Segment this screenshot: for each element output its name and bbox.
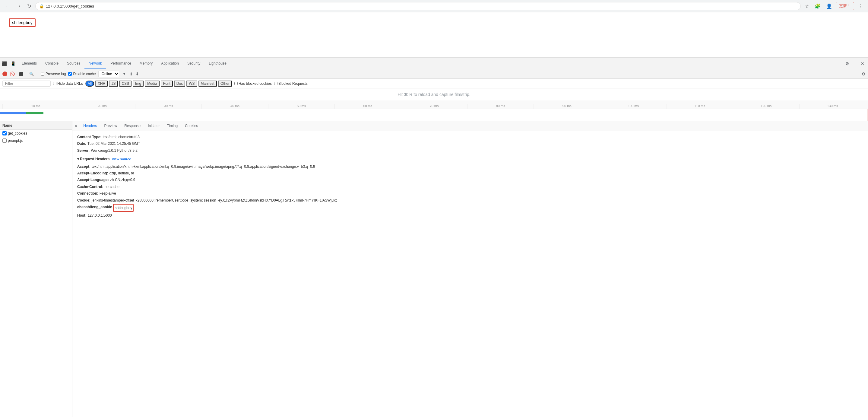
ruler-tick: 70 ms (401, 104, 467, 109)
has-blocked-cookies-checkbox[interactable] (234, 82, 238, 85)
header-key: Accept: (77, 163, 91, 170)
devtools-tab-console[interactable]: Console (41, 59, 63, 68)
blocked-requests-checkbox[interactable] (274, 82, 277, 85)
row-name: prompt.js (8, 139, 23, 143)
filter-type-js[interactable]: JS (109, 81, 118, 87)
nav-bar: ← → ↻ 🔒 127.0.0.1:5000/get_cookies ☆ 🧩 👤… (0, 0, 868, 12)
table-row[interactable]: prompt.js (0, 137, 72, 144)
header-key: Cookie: (77, 197, 91, 203)
back-button[interactable]: ← (4, 2, 12, 10)
forward-button[interactable]: → (14, 2, 23, 10)
filter-type-other[interactable]: Other (218, 81, 232, 87)
extensions-icon[interactable]: 🧩 (813, 2, 823, 10)
header-key: Date: (77, 141, 86, 147)
ruler-tick: 40 ms (202, 104, 268, 109)
detail-tab-response[interactable]: Response (121, 122, 144, 130)
network-settings-icon[interactable]: ⚙ (862, 71, 866, 76)
devtools-tab-security[interactable]: Security (183, 59, 205, 68)
upload-icon[interactable]: ⬆ (129, 71, 133, 76)
request-header-row: Host: 127.0.0.1:5000 (77, 212, 863, 218)
devtools-settings-icon[interactable]: ⚙ (844, 60, 850, 67)
view-source-link[interactable]: view source (112, 157, 131, 161)
network-rows: get_cookies prompt.js (0, 130, 72, 144)
filter-type-img[interactable]: Img (133, 81, 144, 87)
devtools-tab-application[interactable]: Application (157, 59, 183, 68)
security-icon: 🔒 (39, 4, 44, 8)
filter-type-ws[interactable]: WS (186, 81, 197, 87)
row-checkbox[interactable] (2, 139, 7, 143)
response-header-row: Content-Type: text/html; charset=utf-8 (77, 134, 863, 140)
ruler-tick: 60 ms (335, 104, 401, 109)
detail-tab-headers[interactable]: Headers (80, 122, 100, 130)
devtools-close-icon[interactable]: ✕ (860, 60, 866, 67)
detail-tabs-list: HeadersPreviewResponseInitiatorTimingCoo… (80, 122, 202, 130)
table-row[interactable]: get_cookies (0, 130, 72, 137)
reload-button[interactable]: ↻ (25, 2, 33, 10)
preserve-log-label[interactable]: Preserve log (41, 72, 66, 76)
timeline-area: Hit ⌘ R to reload and capture filmstrip.… (0, 88, 868, 121)
header-val: Tue, 02 Mar 2021 14:25:45 GMT (88, 141, 140, 147)
record-button[interactable] (2, 71, 7, 76)
hide-data-urls-label[interactable]: Hide data URLs (53, 82, 83, 86)
inspect-icon[interactable]: ⬛ (0, 60, 9, 67)
filter-type-media[interactable]: Media (145, 81, 159, 87)
detail-tab-timing[interactable]: Timing (163, 122, 182, 130)
bookmark-icon[interactable]: ☆ (803, 2, 811, 10)
filter-type-manifest[interactable]: Manifest (198, 81, 217, 87)
header-key: Accept-Language: (77, 177, 109, 183)
stop-button[interactable]: 🚫 (10, 71, 14, 76)
preserve-log-checkbox[interactable] (41, 72, 44, 76)
header-val: text/html,application/xhtml+xml,applicat… (92, 163, 315, 170)
download-icon[interactable]: ⬇ (135, 71, 139, 76)
detail-tab-preview[interactable]: Preview (101, 122, 121, 130)
devtools-tab-sources[interactable]: Sources (63, 59, 85, 68)
update-button[interactable]: 更新！ (836, 2, 854, 10)
network-toolbar: 🚫 ⬛ 🔍 Preserve log Disable cache Online … (0, 69, 868, 79)
detail-tab-cookies[interactable]: Cookies (181, 122, 202, 130)
disable-cache-checkbox[interactable] (68, 72, 72, 76)
timeline-bars[interactable] (0, 109, 868, 121)
detail-tabs: × HeadersPreviewResponseInitiatorTimingC… (72, 121, 868, 131)
filter-type-font[interactable]: Font (161, 81, 173, 87)
filter-type-xhr[interactable]: XHR (95, 81, 108, 87)
address-text: 127.0.0.1:5000/get_cookies (46, 4, 797, 8)
ruler-tick: 30 ms (135, 104, 202, 109)
devtools-tab-memory[interactable]: Memory (135, 59, 157, 68)
network-left: Name get_cookies prompt.js (0, 121, 72, 417)
disable-cache-label[interactable]: Disable cache (68, 72, 96, 76)
filter-type-all[interactable]: All (85, 81, 94, 87)
blocked-requests-label[interactable]: Blocked Requests (274, 82, 308, 86)
devtools-tab-elements[interactable]: Elements (18, 59, 41, 68)
request-header-row: Accept-Language: zh-CN,zh;q=0.9 (77, 177, 863, 183)
account-icon[interactable]: 👤 (824, 2, 834, 10)
device-icon[interactable]: 📱 (9, 60, 18, 67)
nav-icons: ☆ 🧩 👤 更新！ ⋮ (803, 2, 864, 10)
search-icon[interactable]: 🔍 (27, 71, 36, 77)
address-bar[interactable]: 🔒 127.0.0.1:5000/get_cookies (35, 2, 801, 10)
devtools-tab-performance[interactable]: Performance (106, 59, 135, 68)
detail-close-button[interactable]: × (75, 124, 77, 128)
hide-data-urls-checkbox[interactable] (53, 82, 56, 85)
request-headers-section[interactable]: ▾ Request Headersview source (77, 156, 863, 162)
ruler-tick: 110 ms (666, 104, 733, 109)
has-blocked-cookies-label[interactable]: Has blocked cookies (234, 82, 272, 86)
header-val: no-cache (105, 184, 119, 190)
table-header: Name (0, 121, 72, 130)
devtools-tab-lighthouse[interactable]: Lighthouse (205, 59, 231, 68)
filter-type-doc[interactable]: Doc (174, 81, 185, 87)
detail-tab-initiator[interactable]: Initiator (144, 122, 163, 130)
ruler-tick: 90 ms (533, 104, 600, 109)
page-content: shifengboy (0, 12, 868, 58)
filter-type-css[interactable]: CSS (119, 81, 131, 87)
devtools-more-icon[interactable]: ⋮ (852, 60, 858, 67)
row-checkbox[interactable] (2, 131, 7, 136)
throttle-icon[interactable]: ▾ (122, 71, 127, 77)
filter-input[interactable] (2, 81, 51, 87)
header-val: zh-CN,zh;q=0.9 (110, 177, 135, 183)
header-val: jenkins-timestamper-offset=-28800000; re… (92, 197, 337, 203)
menu-icon[interactable]: ⋮ (856, 2, 864, 10)
devtools-tab-network[interactable]: Network (85, 59, 106, 68)
site-title: shifengboy (9, 19, 36, 27)
filter-icon[interactable]: ⬛ (17, 71, 25, 77)
throttle-select[interactable]: Online (98, 70, 119, 77)
